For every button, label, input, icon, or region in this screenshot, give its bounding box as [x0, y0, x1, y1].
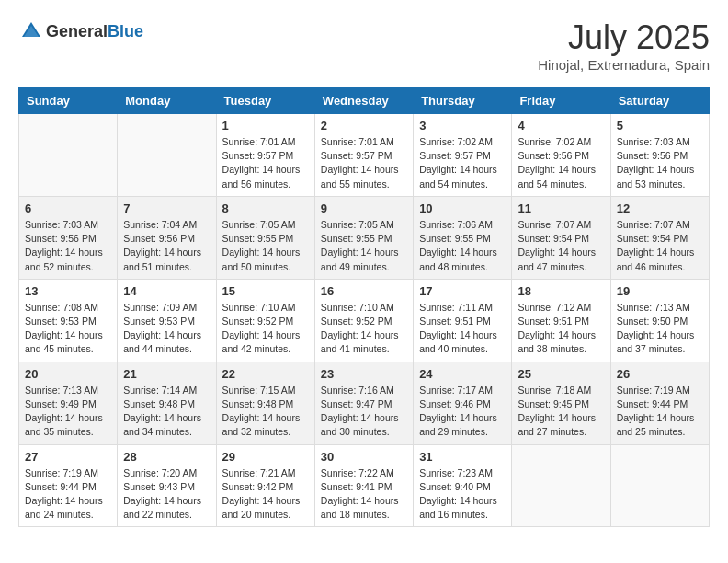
calendar-header-row: SundayMondayTuesdayWednesdayThursdayFrid…	[19, 88, 710, 114]
day-number: 22	[222, 367, 309, 381]
day-number: 21	[123, 367, 210, 381]
day-number: 28	[123, 450, 210, 464]
calendar-day-cell: 21Sunrise: 7:14 AMSunset: 9:48 PMDayligh…	[118, 362, 216, 444]
calendar-day-cell: 20Sunrise: 7:13 AMSunset: 9:49 PMDayligh…	[19, 362, 118, 444]
day-number: 11	[518, 201, 604, 215]
day-info: Sunrise: 7:06 AMSunset: 9:55 PMDaylight:…	[419, 218, 506, 274]
day-info: Sunrise: 7:15 AMSunset: 9:48 PMDaylight:…	[222, 384, 309, 440]
calendar-day-cell: 28Sunrise: 7:20 AMSunset: 9:43 PMDayligh…	[118, 444, 216, 527]
calendar-day-cell: 29Sunrise: 7:21 AMSunset: 9:42 PMDayligh…	[216, 444, 314, 527]
day-of-week-header: Sunday	[19, 88, 118, 114]
day-number: 26	[617, 367, 703, 381]
calendar-day-cell: 31Sunrise: 7:23 AMSunset: 9:40 PMDayligh…	[414, 444, 512, 527]
day-number: 8	[222, 201, 309, 215]
day-number: 5	[617, 119, 703, 132]
day-number: 9	[321, 201, 407, 215]
calendar-week-row: 1Sunrise: 7:01 AMSunset: 9:57 PMDaylight…	[19, 114, 710, 197]
day-info: Sunrise: 7:08 AMSunset: 9:53 PMDaylight:…	[25, 301, 111, 357]
day-of-week-header: Friday	[512, 88, 610, 114]
day-info: Sunrise: 7:23 AMSunset: 9:40 PMDaylight:…	[419, 466, 506, 523]
calendar-day-cell: 22Sunrise: 7:15 AMSunset: 9:48 PMDayligh…	[216, 362, 314, 444]
day-number: 23	[321, 367, 407, 381]
day-info: Sunrise: 7:16 AMSunset: 9:47 PMDaylight:…	[321, 384, 407, 440]
day-info: Sunrise: 7:22 AMSunset: 9:41 PMDaylight:…	[321, 466, 407, 523]
day-info: Sunrise: 7:01 AMSunset: 9:57 PMDaylight:…	[222, 135, 309, 191]
logo-icon	[18, 18, 44, 44]
day-number: 10	[419, 201, 506, 215]
day-number: 16	[321, 284, 407, 298]
day-of-week-header: Wednesday	[314, 88, 413, 114]
day-info: Sunrise: 7:02 AMSunset: 9:56 PMDaylight:…	[518, 135, 604, 191]
calendar-day-cell	[118, 114, 216, 197]
day-info: Sunrise: 7:20 AMSunset: 9:43 PMDaylight:…	[123, 466, 210, 523]
day-number: 25	[518, 367, 604, 381]
calendar-day-cell: 15Sunrise: 7:10 AMSunset: 9:52 PMDayligh…	[216, 279, 314, 362]
calendar-day-cell: 25Sunrise: 7:18 AMSunset: 9:45 PMDayligh…	[512, 362, 610, 444]
calendar-day-cell: 16Sunrise: 7:10 AMSunset: 9:52 PMDayligh…	[314, 279, 413, 362]
day-info: Sunrise: 7:03 AMSunset: 9:56 PMDaylight:…	[617, 135, 703, 191]
day-info: Sunrise: 7:12 AMSunset: 9:51 PMDaylight:…	[518, 301, 604, 357]
calendar-day-cell: 11Sunrise: 7:07 AMSunset: 9:54 PMDayligh…	[512, 196, 610, 279]
day-of-week-header: Saturday	[610, 88, 709, 114]
calendar-day-cell: 9Sunrise: 7:05 AMSunset: 9:55 PMDaylight…	[314, 196, 413, 279]
day-number: 18	[518, 284, 604, 298]
calendar-day-cell: 4Sunrise: 7:02 AMSunset: 9:56 PMDaylight…	[512, 114, 610, 197]
day-info: Sunrise: 7:10 AMSunset: 9:52 PMDaylight:…	[222, 301, 309, 357]
day-number: 20	[25, 367, 111, 381]
day-info: Sunrise: 7:14 AMSunset: 9:48 PMDaylight:…	[123, 384, 210, 440]
day-info: Sunrise: 7:19 AMSunset: 9:44 PMDaylight:…	[25, 466, 111, 523]
day-of-week-header: Thursday	[414, 88, 512, 114]
calendar-week-row: 13Sunrise: 7:08 AMSunset: 9:53 PMDayligh…	[19, 279, 710, 362]
day-info: Sunrise: 7:09 AMSunset: 9:53 PMDaylight:…	[123, 301, 210, 357]
day-number: 31	[419, 450, 506, 464]
day-info: Sunrise: 7:21 AMSunset: 9:42 PMDaylight:…	[222, 466, 309, 523]
calendar-day-cell: 3Sunrise: 7:02 AMSunset: 9:57 PMDaylight…	[414, 114, 512, 197]
day-number: 4	[518, 119, 604, 132]
calendar-day-cell: 12Sunrise: 7:07 AMSunset: 9:54 PMDayligh…	[610, 196, 709, 279]
day-info: Sunrise: 7:10 AMSunset: 9:52 PMDaylight:…	[321, 301, 407, 357]
location-title: Hinojal, Extremadura, Spain	[538, 57, 710, 73]
day-info: Sunrise: 7:02 AMSunset: 9:57 PMDaylight:…	[419, 135, 506, 191]
calendar-day-cell: 2Sunrise: 7:01 AMSunset: 9:57 PMDaylight…	[314, 114, 413, 197]
calendar-day-cell: 8Sunrise: 7:05 AMSunset: 9:55 PMDaylight…	[216, 196, 314, 279]
day-of-week-header: Monday	[118, 88, 216, 114]
day-info: Sunrise: 7:05 AMSunset: 9:55 PMDaylight:…	[321, 218, 407, 274]
day-info: Sunrise: 7:13 AMSunset: 9:50 PMDaylight:…	[617, 301, 703, 357]
calendar-day-cell: 24Sunrise: 7:17 AMSunset: 9:46 PMDayligh…	[414, 362, 512, 444]
calendar-day-cell	[610, 444, 709, 527]
day-info: Sunrise: 7:19 AMSunset: 9:44 PMDaylight:…	[617, 384, 703, 440]
calendar-day-cell: 18Sunrise: 7:12 AMSunset: 9:51 PMDayligh…	[512, 279, 610, 362]
calendar-week-row: 6Sunrise: 7:03 AMSunset: 9:56 PMDaylight…	[19, 196, 710, 279]
calendar-day-cell: 7Sunrise: 7:04 AMSunset: 9:56 PMDaylight…	[118, 196, 216, 279]
day-number: 24	[419, 367, 506, 381]
calendar-week-row: 20Sunrise: 7:13 AMSunset: 9:49 PMDayligh…	[19, 362, 710, 444]
day-number: 13	[25, 284, 111, 298]
day-number: 7	[123, 201, 210, 215]
day-number: 3	[419, 119, 506, 132]
day-info: Sunrise: 7:05 AMSunset: 9:55 PMDaylight:…	[222, 218, 309, 274]
calendar-day-cell: 13Sunrise: 7:08 AMSunset: 9:53 PMDayligh…	[19, 279, 118, 362]
calendar-day-cell: 1Sunrise: 7:01 AMSunset: 9:57 PMDaylight…	[216, 114, 314, 197]
day-number: 6	[25, 201, 111, 215]
calendar-day-cell: 14Sunrise: 7:09 AMSunset: 9:53 PMDayligh…	[118, 279, 216, 362]
calendar-day-cell: 19Sunrise: 7:13 AMSunset: 9:50 PMDayligh…	[610, 279, 709, 362]
calendar-day-cell: 30Sunrise: 7:22 AMSunset: 9:41 PMDayligh…	[314, 444, 413, 527]
day-number: 19	[617, 284, 703, 298]
day-number: 17	[419, 284, 506, 298]
calendar-day-cell: 23Sunrise: 7:16 AMSunset: 9:47 PMDayligh…	[314, 362, 413, 444]
calendar-day-cell: 27Sunrise: 7:19 AMSunset: 9:44 PMDayligh…	[19, 444, 118, 527]
day-number: 15	[222, 284, 309, 298]
day-number: 27	[25, 450, 111, 464]
day-info: Sunrise: 7:03 AMSunset: 9:56 PMDaylight:…	[25, 218, 111, 274]
calendar-day-cell: 17Sunrise: 7:11 AMSunset: 9:51 PMDayligh…	[414, 279, 512, 362]
month-title: July 2025	[538, 18, 710, 57]
calendar-day-cell: 26Sunrise: 7:19 AMSunset: 9:44 PMDayligh…	[610, 362, 709, 444]
day-info: Sunrise: 7:01 AMSunset: 9:57 PMDaylight:…	[321, 135, 407, 191]
day-info: Sunrise: 7:04 AMSunset: 9:56 PMDaylight:…	[123, 218, 210, 274]
day-number: 1	[222, 119, 309, 132]
logo: GeneralBlue	[18, 18, 143, 44]
calendar-day-cell	[512, 444, 610, 527]
day-info: Sunrise: 7:18 AMSunset: 9:45 PMDaylight:…	[518, 384, 604, 440]
day-of-week-header: Tuesday	[216, 88, 314, 114]
day-info: Sunrise: 7:11 AMSunset: 9:51 PMDaylight:…	[419, 301, 506, 357]
